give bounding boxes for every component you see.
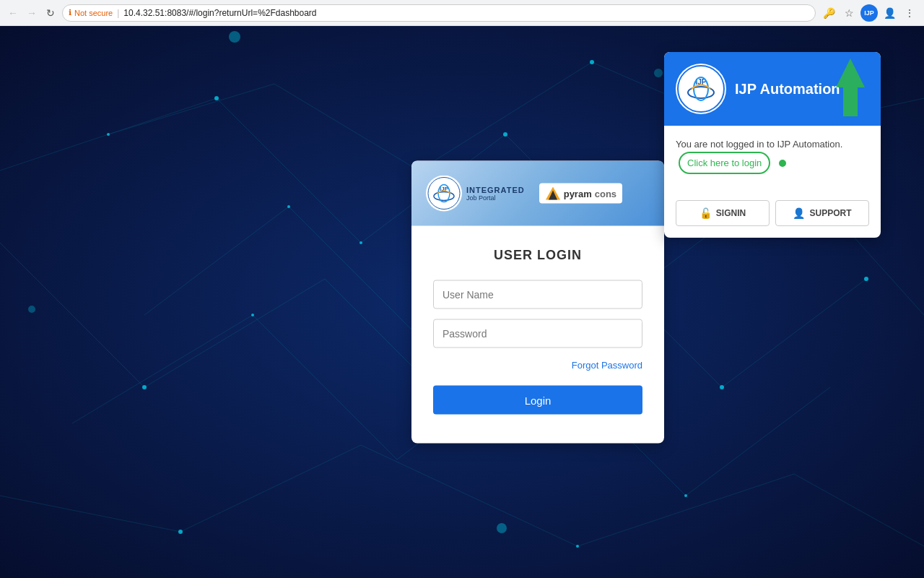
company-title: INTEGRATED bbox=[466, 186, 525, 194]
browser-chrome: ← → ↻ ℹ Not secure | 10.4.32.51:8083/#/l… bbox=[0, 0, 924, 26]
svg-point-41 bbox=[684, 494, 687, 497]
security-icon: ℹ bbox=[69, 8, 71, 17]
svg-point-50 bbox=[229, 31, 240, 43]
svg-point-55 bbox=[428, 178, 460, 210]
signin-button[interactable]: 🔓 SIGNIN bbox=[676, 200, 770, 226]
password-input[interactable] bbox=[433, 319, 642, 348]
ijp-logo-circle: IJP bbox=[426, 176, 462, 212]
profile-avatar[interactable]: IJP bbox=[860, 4, 878, 22]
forgot-password-link[interactable]: Forgot Password bbox=[572, 360, 642, 371]
popup-body: You are not logged in to IJP Automation.… bbox=[664, 126, 881, 194]
svg-point-46 bbox=[178, 530, 183, 534]
support-button[interactable]: 👤 SUPPORT bbox=[775, 200, 869, 226]
popup-header: IJP IJP Automation bbox=[664, 52, 881, 126]
popup-title-text: IJP Automation bbox=[735, 81, 840, 98]
login-title: USER LOGIN bbox=[433, 248, 642, 263]
company-subtitle: Job Portal bbox=[466, 194, 525, 202]
back-button[interactable]: ← bbox=[6, 6, 20, 20]
svg-point-61 bbox=[678, 66, 724, 112]
svg-point-38 bbox=[720, 385, 724, 389]
account-popup: IJP IJP Automation You are not logged in… bbox=[664, 52, 881, 238]
ijp-logo: IJP INTEGRATED Job Portal bbox=[426, 176, 525, 212]
signin-icon: 🔓 bbox=[699, 207, 712, 219]
svg-point-32 bbox=[503, 132, 507, 137]
pyramid-name: pyram bbox=[564, 188, 592, 199]
popup-actions: 🔓 SIGNIN 👤 SUPPORT bbox=[664, 194, 881, 238]
bookmark-button[interactable]: ☆ bbox=[840, 4, 858, 22]
security-label: Not secure bbox=[74, 9, 113, 17]
key-icon-btn[interactable]: 🔑 bbox=[820, 4, 837, 22]
main-area: IJP INTEGRATED Job Portal pyram bbox=[0, 26, 924, 578]
url-text: 10.4.32.51:8083/#/login?returnUrl=%2Fdas… bbox=[123, 8, 316, 18]
svg-point-48 bbox=[107, 133, 110, 136]
reload-button[interactable]: ↻ bbox=[43, 6, 58, 20]
popup-logo-circle: IJP bbox=[676, 64, 726, 114]
login-card-body: USER LOGIN Forgot Password Login bbox=[411, 226, 664, 444]
login-button[interactable]: Login bbox=[433, 386, 642, 415]
svg-point-54 bbox=[497, 523, 507, 533]
svg-point-31 bbox=[359, 241, 362, 244]
svg-point-39 bbox=[251, 314, 254, 316]
browser-actions: 🔑 ☆ IJP 👤 ⋮ bbox=[820, 4, 918, 22]
popup-title: IJP Automation bbox=[735, 81, 840, 97]
support-icon: 👤 bbox=[793, 207, 805, 219]
svg-point-47 bbox=[576, 545, 579, 548]
svg-point-35 bbox=[287, 205, 290, 208]
svg-point-51 bbox=[654, 69, 663, 77]
pyramid-logo: pyram cons bbox=[539, 184, 622, 204]
svg-point-44 bbox=[590, 60, 594, 64]
not-logged-text: You are not logged in to IJP Automation.… bbox=[676, 137, 869, 174]
svg-point-49 bbox=[864, 277, 868, 281]
forward-button[interactable]: → bbox=[25, 6, 39, 20]
username-input[interactable] bbox=[433, 280, 642, 309]
svg-point-30 bbox=[214, 96, 219, 100]
svg-point-42 bbox=[142, 385, 147, 389]
login-card-header: IJP INTEGRATED Job Portal pyram bbox=[411, 161, 664, 226]
address-bar[interactable]: ℹ Not secure | 10.4.32.51:8083/#/login?r… bbox=[62, 4, 816, 22]
status-dot bbox=[779, 160, 786, 167]
forgot-password-container: Forgot Password bbox=[433, 358, 642, 371]
menu-button[interactable]: ⋮ bbox=[901, 4, 918, 22]
user-icon-btn[interactable]: 👤 bbox=[881, 4, 898, 22]
svg-point-53 bbox=[28, 306, 35, 313]
ijp-logo-text: INTEGRATED Job Portal bbox=[466, 186, 525, 202]
click-here-login-link[interactable]: Click here to login bbox=[679, 152, 770, 175]
login-card: IJP INTEGRATED Job Portal pyram bbox=[411, 161, 664, 444]
